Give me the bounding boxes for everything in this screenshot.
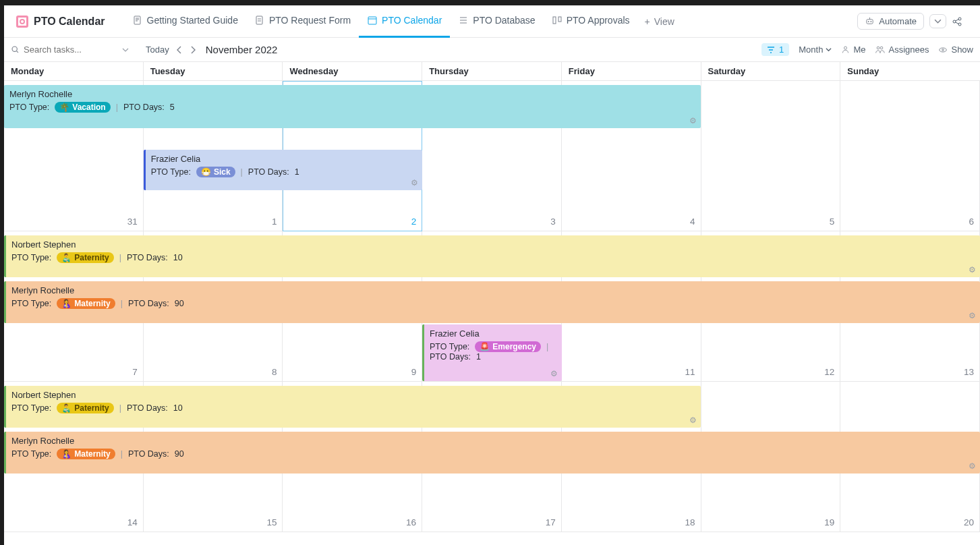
day-number: 20 (964, 517, 974, 527)
svg-rect-2 (368, 17, 376, 24)
day-number: 18 (685, 517, 695, 527)
event-name: Merlyn Rochelle (11, 285, 975, 295)
pto-type-label: PTO Type: (9, 103, 49, 112)
event-sick[interactable]: Frazier Celia PTO Type: 😷Sick | PTO Days… (144, 150, 422, 190)
show-button[interactable]: Show (938, 45, 973, 55)
svg-point-6 (868, 21, 869, 22)
gear-icon[interactable]: ⚙ (969, 311, 976, 320)
calendar-icon (367, 15, 378, 26)
tab-right: Automate (855, 13, 973, 30)
board-icon (552, 15, 563, 26)
view-range-label: Month (799, 45, 823, 55)
gear-icon[interactable]: ⚙ (969, 265, 976, 275)
day-cell[interactable]: 5 (701, 81, 841, 231)
day-number: 11 (685, 367, 695, 377)
gear-icon[interactable]: ⚙ (969, 461, 976, 471)
day-header-row: Monday Tuesday Wednesday Thursday Friday… (4, 62, 980, 81)
event-name: Merlyn Rochelle (9, 89, 695, 99)
pto-days-label: PTO Days: (127, 403, 168, 413)
filter-button[interactable]: 1 (761, 43, 789, 56)
view-title: PTO Calendar (11, 16, 111, 28)
event-paternity[interactable]: Norbert Stephen PTO Type: 👨‍🍼Paternity |… (4, 235, 980, 277)
today-button[interactable]: Today (146, 45, 169, 55)
tab-getting-started[interactable]: Getting Started Guide (124, 5, 246, 38)
svg-point-16 (942, 49, 944, 51)
pto-days-value: 1 (295, 167, 299, 177)
search-input[interactable] (24, 45, 118, 55)
pto-days-value: 90 (175, 449, 184, 459)
svg-point-13 (877, 47, 880, 49)
pto-days-label: PTO Days: (430, 352, 471, 362)
pto-type-label: PTO Type: (11, 299, 51, 308)
add-view-button[interactable]: + View (638, 5, 681, 38)
type-badge-paternity: 👨‍🍼Paternity (57, 252, 113, 263)
tab-pto-database[interactable]: PTO Database (450, 5, 543, 38)
search-field[interactable] (11, 45, 139, 55)
calendar-toolbar: Today November 2022 1 Month (4, 38, 980, 62)
me-filter-button[interactable]: Me (841, 45, 865, 55)
month-label: November 2022 (206, 44, 278, 55)
day-number: 17 (546, 517, 556, 527)
day-number: 31 (127, 217, 138, 227)
svg-point-11 (12, 47, 17, 51)
day-number: 16 (406, 517, 416, 527)
prev-button[interactable] (176, 46, 183, 54)
event-name: Norbert Stephen (11, 239, 975, 250)
pto-days-value: 90 (175, 299, 184, 308)
tab-pto-request-form[interactable]: PTO Request Form (246, 5, 359, 38)
share-button[interactable] (952, 16, 971, 27)
event-vacation[interactable]: Merlyn Rochelle PTO Type: 🌴Vacation | PT… (4, 85, 701, 128)
day-number: 8 (272, 367, 277, 377)
pto-type-label: PTO Type: (430, 342, 469, 351)
pto-days-value: 5 (170, 103, 175, 112)
event-maternity[interactable]: Merlyn Rochelle PTO Type: 🤱Maternity | P… (4, 281, 980, 323)
pto-days-label: PTO Days: (128, 449, 169, 459)
automate-button[interactable]: Automate (857, 13, 924, 30)
svg-point-12 (844, 47, 847, 49)
day-cell[interactable]: 6 (840, 81, 980, 231)
gear-icon[interactable]: ⚙ (689, 415, 697, 425)
filter-icon (767, 46, 775, 54)
event-name: Frazier Celia (430, 328, 556, 339)
assignees-label: Assignees (888, 45, 929, 55)
event-name: Merlyn Rochelle (11, 436, 975, 446)
assignees-button[interactable]: Assignees (875, 45, 929, 55)
event-emergency[interactable]: Frazier Celia PTO Type: 🚨Emergency | PTO… (422, 324, 562, 381)
form-icon (254, 15, 265, 26)
svg-rect-3 (553, 17, 556, 24)
pto-type-label: PTO Type: (11, 449, 51, 459)
pto-days-label: PTO Days: (123, 103, 165, 112)
pto-days-label: PTO Days: (127, 253, 168, 262)
day-number: 6 (969, 217, 974, 227)
filter-count: 1 (779, 45, 784, 55)
view-tabs: Getting Started Guide PTO Request Form P… (124, 5, 681, 38)
gear-icon[interactable]: ⚙ (411, 178, 418, 188)
svg-point-7 (871, 21, 872, 22)
day-number: 3 (550, 217, 556, 227)
view-title-text: PTO Calendar (34, 16, 105, 28)
next-button[interactable] (190, 46, 196, 54)
gear-icon[interactable]: ⚙ (689, 116, 697, 125)
svg-point-15 (940, 47, 947, 51)
day-header: Sunday (840, 62, 980, 80)
tab-pto-approvals[interactable]: PTO Approvals (544, 5, 638, 38)
day-number: 12 (824, 367, 834, 377)
pto-days-value: 10 (173, 403, 183, 413)
event-name: Norbert Stephen (11, 390, 695, 400)
automate-dropdown-button[interactable] (929, 14, 946, 28)
people-icon (875, 45, 885, 54)
pto-days-value: 1 (476, 352, 481, 362)
chevron-down-icon[interactable] (122, 47, 129, 53)
event-maternity[interactable]: Merlyn Rochelle PTO Type: 🤱Maternity | P… (4, 432, 980, 474)
eye-icon (938, 45, 948, 55)
gear-icon[interactable]: ⚙ (550, 369, 558, 378)
type-badge-paternity: 👨‍🍼Paternity (57, 403, 113, 413)
day-header: Monday (4, 62, 144, 80)
person-icon (841, 45, 850, 54)
event-paternity[interactable]: Norbert Stephen PTO Type: 👨‍🍼Paternity |… (4, 386, 701, 428)
pto-type-label: PTO Type: (11, 403, 51, 413)
view-range-selector[interactable]: Month (799, 45, 832, 55)
me-label: Me (853, 45, 865, 55)
plus-icon: + (645, 16, 650, 27)
tab-pto-calendar[interactable]: PTO Calendar (359, 5, 450, 38)
